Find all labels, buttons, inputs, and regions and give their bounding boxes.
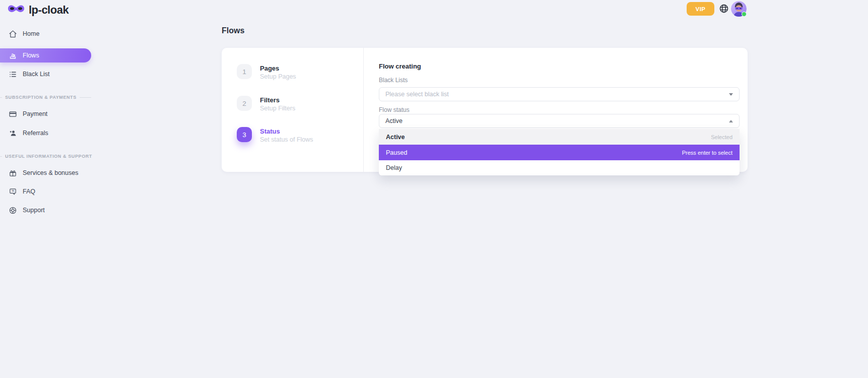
sidebar-item-flows[interactable]: Flows — [0, 48, 91, 62]
sidebar-item-label: Payment — [23, 110, 47, 117]
step-title: Status — [260, 127, 313, 135]
svg-text:?!: ?! — [12, 190, 15, 193]
sidebar-item-black-list[interactable]: Black List — [0, 67, 91, 81]
list-icon — [9, 70, 17, 79]
chevron-down-icon — [729, 93, 733, 96]
black-lists-placeholder: Please select black list — [385, 91, 449, 98]
sidebar-item-support[interactable]: Support — [0, 203, 91, 217]
person-star-icon — [9, 129, 17, 138]
flow-status-label: Flow status — [379, 106, 410, 113]
step-title: Filters — [260, 96, 295, 104]
online-status-dot — [742, 12, 747, 17]
card-divider — [363, 48, 364, 172]
lifebuoy-icon — [9, 206, 17, 215]
step-filters[interactable]: 2 Filters Setup Filters — [237, 96, 295, 112]
sidebar-item-home[interactable]: Home — [0, 27, 91, 41]
sidebar-item-label: Home — [23, 30, 39, 37]
option-hint: Selected — [711, 134, 732, 140]
gift-icon — [9, 169, 17, 177]
sidebar-item-label: Flows — [23, 52, 39, 59]
vip-button[interactable]: VIP — [687, 2, 714, 16]
sidebar-section-payments: SUBSCRIPTION & PAYMENTS — [0, 94, 91, 101]
credit-card-icon — [9, 110, 17, 118]
option-active[interactable]: Active Selected — [379, 129, 740, 145]
step-number: 1 — [237, 64, 252, 79]
language-globe-icon[interactable] — [719, 4, 729, 14]
step-number: 2 — [237, 96, 252, 111]
sidebar: Home Flows Black List SUBSCRIPTION & PAY… — [0, 0, 101, 378]
option-hint: Press enter to select — [682, 150, 732, 156]
step-subtitle: Set status of Flows — [260, 136, 313, 143]
option-delay[interactable]: Delay — [379, 160, 740, 175]
faq-bubble-icon: ?! — [9, 187, 17, 196]
step-pages[interactable]: 1 Pages Setup Pages — [237, 64, 296, 80]
sidebar-item-label: Black List — [23, 71, 50, 78]
flow-status-dropdown: Active Selected Paused Press enter to se… — [379, 129, 740, 175]
sidebar-section-support: USEFUL INFORMATION & SUPPORT — [0, 153, 91, 160]
chevron-up-icon — [729, 120, 733, 122]
page-title: Flows — [222, 26, 244, 35]
sidebar-item-label: Services & bonuses — [23, 169, 78, 176]
sidebar-item-payment[interactable]: Payment — [0, 107, 91, 121]
sidebar-item-label: Support — [23, 207, 45, 214]
sidebar-item-services[interactable]: Services & bonuses — [0, 166, 91, 180]
page: lp-cloak VIP — [0, 0, 868, 378]
option-label: Active — [386, 134, 405, 141]
option-paused[interactable]: Paused Press enter to select — [379, 145, 740, 160]
flow-status-select[interactable]: Active — [379, 114, 740, 128]
sidebar-item-referrals[interactable]: Referrals — [0, 126, 91, 140]
flow-status-value: Active — [385, 117, 403, 124]
step-title: Pages — [260, 64, 296, 72]
sidebar-item-faq[interactable]: ?! FAQ — [0, 184, 91, 199]
black-lists-select[interactable]: Please select black list — [379, 87, 740, 101]
step-number: 3 — [237, 127, 252, 142]
sidebar-item-label: Referrals — [23, 130, 48, 137]
option-label: Paused — [386, 149, 407, 156]
sidebar-item-label: FAQ — [23, 188, 35, 195]
option-label: Delay — [386, 164, 402, 171]
home-icon — [9, 30, 17, 38]
form-title: Flow creating — [379, 62, 421, 70]
step-subtitle: Setup Filters — [260, 105, 295, 112]
step-status[interactable]: 3 Status Set status of Flows — [237, 127, 313, 143]
black-lists-label: Black Lists — [379, 77, 408, 84]
step-subtitle: Setup Pages — [260, 73, 296, 80]
flows-stack-icon — [9, 51, 17, 60]
